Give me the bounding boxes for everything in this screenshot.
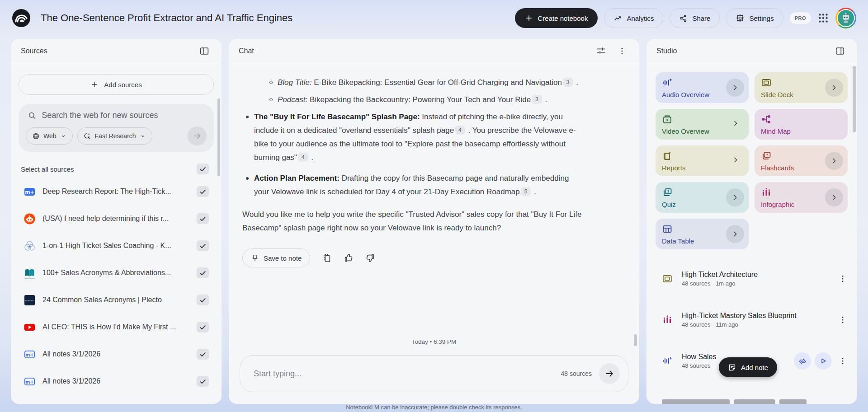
source-checkbox[interactable] <box>197 213 209 224</box>
search-submit-button[interactable] <box>188 126 207 145</box>
citation-chip[interactable]: 3 <box>532 95 542 104</box>
source-checkbox[interactable] <box>197 267 209 278</box>
select-all-label: Select all sources <box>21 165 74 173</box>
plus-icon <box>525 14 533 22</box>
hollow-bullet-marker <box>266 76 278 89</box>
share-button[interactable]: Share <box>670 8 720 28</box>
source-row[interactable]: 1-on-1 High Ticket Sales Coaching - K... <box>19 232 214 259</box>
studio-tile-flashcards[interactable]: Flashcards <box>755 145 848 176</box>
play-audio-button[interactable] <box>815 352 832 370</box>
interactive-mode-button[interactable] <box>794 352 811 370</box>
studio-tile-data-table[interactable]: Data Table <box>656 219 749 249</box>
thumbs-up-icon[interactable] <box>344 253 354 263</box>
copy-icon[interactable] <box>322 253 332 263</box>
google-apps-grid-icon[interactable] <box>817 12 829 24</box>
notebook-title: The One-Sentence Profit Extractor and AI… <box>41 12 292 24</box>
source-checkbox[interactable] <box>197 322 209 332</box>
chevron-right-icon[interactable] <box>825 79 843 97</box>
chat-sub-bullet: Podcast: Bikepacking the Backcountry: Po… <box>266 93 585 107</box>
plus-icon <box>90 80 99 89</box>
artifact-more-menu-icon[interactable] <box>838 274 847 283</box>
analytics-button[interactable]: Analytics <box>604 8 663 28</box>
settings-button[interactable]: Settings <box>726 8 783 28</box>
tile-label: Video Overview <box>662 127 709 135</box>
web-search-input[interactable] <box>42 111 205 120</box>
disclaimer-text: NotebookLM can be inaccurate; please dou… <box>0 404 868 411</box>
chevron-right-icon[interactable] <box>731 156 740 164</box>
studio-tile-slide-deck[interactable]: Slide Deck <box>755 72 848 103</box>
chevron-right-icon[interactable] <box>726 188 744 206</box>
send-message-button[interactable] <box>599 363 620 384</box>
studio-tile-quiz[interactable]: ?Quiz <box>656 182 749 213</box>
studio-scrollbar[interactable] <box>853 66 856 132</box>
globe-icon <box>32 132 40 140</box>
studio-list-row[interactable]: High Ticket Architecture48 sources · 1m … <box>662 268 847 289</box>
assistant-message: Blog Title: E-Bike Bikepacking: Essentia… <box>229 63 639 235</box>
youtube-icon <box>24 321 36 333</box>
svg-text:m+: m+ <box>25 189 34 195</box>
citation-chip[interactable]: 3 <box>563 78 573 87</box>
citation-chip[interactable]: 5 <box>521 187 531 196</box>
web-source-chip[interactable]: Web <box>26 127 73 145</box>
notebooklm-logo-icon[interactable] <box>12 9 31 28</box>
studio-tile-infographic[interactable]: Infographic <box>755 182 848 213</box>
chat-input[interactable] <box>254 369 561 379</box>
chevron-right-icon[interactable] <box>825 152 843 170</box>
chat-more-menu-icon[interactable] <box>615 44 629 58</box>
studio-tile-video-overview[interactable]: Video Overview <box>656 109 749 140</box>
source-row[interactable]: (USA) I need help determining if this r.… <box>19 205 214 232</box>
source-row[interactable]: m+All notes 3/1/2026 <box>19 368 214 395</box>
chat-settings-tune-icon[interactable] <box>594 44 609 58</box>
source-row[interactable]: AI CEO: THIS is How I'd Make My First ..… <box>19 314 214 341</box>
studio-panel-title: Studio <box>656 47 677 55</box>
add-note-button[interactable]: Add note <box>719 357 777 377</box>
tile-label: Mind Map <box>761 127 791 135</box>
select-all-checkbox[interactable] <box>197 164 209 174</box>
citation-chip[interactable]: 4 <box>455 126 465 135</box>
svg-text:m+: m+ <box>25 379 34 384</box>
chevron-right-icon[interactable] <box>726 79 744 97</box>
pin-icon <box>251 254 259 262</box>
create-notebook-button[interactable]: Create notebook <box>515 8 598 28</box>
note-outline-icon: m+ <box>24 348 36 360</box>
chevron-right-icon[interactable] <box>825 188 843 206</box>
save-to-note-button[interactable]: Save to note <box>242 248 310 267</box>
source-title: 24 Common Sales Acronyms | Plecto <box>42 296 162 304</box>
chevron-down-icon <box>60 133 66 139</box>
source-row[interactable]: m+All notes 3/1/2026 <box>19 341 214 368</box>
chat-bullet: The "Buy It For Life Basecamp" Splash Pa… <box>242 110 585 164</box>
quiz-icon: ? <box>662 187 673 198</box>
studio-tile-mind-map[interactable]: Mind Map <box>755 109 848 140</box>
citation-chip[interactable]: 4 <box>298 153 308 162</box>
add-sources-button[interactable]: Add sources <box>19 74 214 95</box>
venn-icon <box>24 240 36 252</box>
collapse-sources-panel-icon[interactable] <box>197 44 212 58</box>
source-checkbox[interactable] <box>197 186 209 197</box>
source-checkbox[interactable] <box>197 240 209 251</box>
analytics-icon <box>613 14 622 23</box>
slide-deck-icon <box>662 273 674 284</box>
chat-scrollbar[interactable] <box>634 334 637 346</box>
source-title: 100+ Sales Acronyms & Abbreviations... <box>42 269 171 277</box>
user-avatar[interactable] <box>835 8 856 28</box>
source-checkbox[interactable] <box>197 349 209 360</box>
studio-tile-audio-overview[interactable]: Audio Overview <box>656 72 749 103</box>
sources-scrollbar[interactable] <box>217 98 220 176</box>
thumbs-down-icon[interactable] <box>365 253 375 263</box>
book-icon: Sales Playbook <box>24 267 36 279</box>
sources-panel: Sources Add sources Web <box>11 39 222 404</box>
fast-research-chip[interactable]: Fast Research <box>77 127 152 145</box>
chevron-right-icon[interactable] <box>726 225 744 243</box>
chevron-right-icon[interactable] <box>731 119 740 127</box>
artifact-more-menu-icon[interactable] <box>838 315 847 324</box>
source-checkbox[interactable] <box>197 295 209 305</box>
tile-label: Infographic <box>761 201 794 208</box>
source-row[interactable]: PLECTO24 Common Sales Acronyms | Plecto <box>19 286 214 314</box>
artifact-more-menu-icon[interactable] <box>838 356 847 365</box>
collapse-studio-panel-icon[interactable] <box>833 44 847 58</box>
studio-list-row[interactable]: High-Ticket Mastery Sales Blueprint48 so… <box>662 309 847 330</box>
studio-tile-reports[interactable]: Reports <box>656 145 749 176</box>
source-checkbox[interactable] <box>197 376 209 387</box>
source-row[interactable]: m+Deep Research Report: The High-Tick... <box>19 178 214 205</box>
source-row[interactable]: Sales Playbook100+ Sales Acronyms & Abbr… <box>19 259 214 286</box>
